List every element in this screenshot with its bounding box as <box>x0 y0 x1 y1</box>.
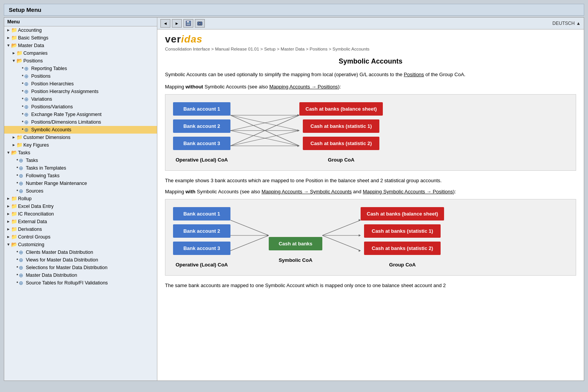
sidebar-item-symbolic-accounts[interactable]: •⊕Symbolic Accounts <box>4 126 157 134</box>
sidebar-item-positions-dimensions[interactable]: •⊕Positions/Dimensions Limitations <box>4 118 157 126</box>
folder-icon: 📁 <box>11 27 17 33</box>
save-icon <box>186 21 191 26</box>
forward-button[interactable]: ► <box>172 19 182 28</box>
d2-left-box3: Bank account 3 <box>173 242 230 255</box>
sidebar-item-number-range[interactable]: •⊕Number Range Maintenance <box>4 180 157 187</box>
sidebar-item-label: Accounting <box>18 28 42 33</box>
item-icon: ⊕ <box>24 73 30 79</box>
sidebar-item-position-hierarchy-assignments[interactable]: •⊕Position Hierarchy Assignments <box>4 88 157 95</box>
mapping-accounts-link[interactable]: Mapping Accounts → Positions <box>269 84 338 90</box>
svg-line-20 <box>230 235 269 251</box>
svg-marker-15 <box>297 114 299 116</box>
sidebar-item-tasks-item[interactable]: •⊕Tasks <box>4 157 157 164</box>
sidebar-item-reporting-tables[interactable]: •⊕Reporting Tables <box>4 65 157 72</box>
logo-ver: ver <box>165 33 181 45</box>
sidebar-item-accounting[interactable]: ►📁Accounting <box>4 26 157 34</box>
expand-icon[interactable]: ► <box>7 36 11 40</box>
sidebar-item-positions-item[interactable]: •⊕Positions <box>4 72 157 80</box>
d1-left-box2: Bank account 2 <box>173 119 230 133</box>
sidebar-item-customer-dimensions[interactable]: ►📁Customer Dimensions <box>4 134 157 141</box>
folder-icon: 📁 <box>11 203 17 209</box>
sidebar-item-position-hierarchies[interactable]: •⊕Position Hierarchies <box>4 80 157 88</box>
intro-paragraph: Symbolic Accounts can be used optionally… <box>165 71 576 78</box>
d1-right-box1: Cash at banks (balance sheet) <box>299 102 383 116</box>
sidebar-item-derivations[interactable]: ►📁Derivations <box>4 225 157 233</box>
expand-icon[interactable]: ▼ <box>7 242 11 247</box>
d2-left-label: Operative (Local) CoA <box>176 262 228 268</box>
sidebar-item-tasks-in-templates[interactable]: •⊕Tasks in Templates <box>4 164 157 172</box>
sidebar-item-external-data[interactable]: ►📁External Data <box>4 218 157 225</box>
expand-icon[interactable]: ► <box>12 51 16 55</box>
expand-icon[interactable]: ► <box>7 235 11 239</box>
sidebar-item-label: Source Tables for Rollup/FI Validations <box>26 280 108 286</box>
item-icon: ⊕ <box>19 157 25 163</box>
camera-button[interactable] <box>195 19 205 28</box>
item-icon: ⊕ <box>24 96 30 102</box>
save-button[interactable] <box>183 19 193 28</box>
expand-icon[interactable]: ► <box>7 227 11 231</box>
sidebar-item-key-figures[interactable]: ►📁Key Figures <box>4 141 157 149</box>
folder-icon: 📁 <box>11 196 17 202</box>
sidebar-item-label: Key Figures <box>23 142 49 148</box>
svg-line-22 <box>322 220 361 235</box>
sidebar-item-source-tables[interactable]: •⊕Source Tables for Rollup/FI Validation… <box>4 279 157 287</box>
sidebar-item-basic-settings[interactable]: ►📁Basic Settings <box>4 34 157 42</box>
sidebar-header: Menu <box>4 18 157 26</box>
d2-right-arrows <box>322 214 361 260</box>
d2-right-box1: Cash at banks (balance sheet) <box>361 207 444 220</box>
sidebar-item-following-tasks[interactable]: •⊕Following Tasks <box>4 172 157 180</box>
sidebar-item-tasks-group[interactable]: ▼📂Tasks <box>4 149 157 157</box>
expand-icon[interactable]: ▼ <box>7 43 11 47</box>
sidebar-item-label: Customer Dimensions <box>23 135 70 140</box>
positions-link[interactable]: Positions <box>404 72 424 77</box>
expand-icon[interactable]: ▼ <box>7 150 11 155</box>
mapping-sym-link2[interactable]: Mapping Symbolic Accounts → Positions <box>363 189 453 194</box>
sidebar-item-variations[interactable]: •⊕Variations <box>4 95 157 103</box>
mapping-sym-link1[interactable]: Mapping Accounts → Symbolic Accounts <box>261 189 352 194</box>
folder-icon: 📁 <box>16 50 23 56</box>
sidebar-item-clients-master[interactable]: •⊕Clients Master Data Distribution <box>4 248 157 256</box>
item-icon: ⊕ <box>24 65 30 72</box>
sidebar-item-excel-data-entry[interactable]: ►📁Excel Data Entry <box>4 203 157 210</box>
sidebar-item-label: Basic Settings <box>18 35 48 41</box>
sidebar-item-label: Positions <box>23 58 43 64</box>
camera-icon <box>197 21 203 26</box>
sidebar-item-selections-master[interactable]: •⊕Selections for Master Data Distributio… <box>4 264 157 271</box>
sidebar-item-control-groups[interactable]: ►📁Control Groups <box>4 233 157 241</box>
sidebar-item-positions-variations[interactable]: •⊕Positions/Variations <box>4 103 157 111</box>
sidebar: Menu ►📁Accounting►📁Basic Settings▼📂Maste… <box>4 18 157 381</box>
sidebar-item-ic-reconciliation[interactable]: ►📁IC Reconciliation <box>4 210 157 218</box>
svg-marker-17 <box>297 145 299 147</box>
expand-icon[interactable]: ► <box>7 212 11 216</box>
sidebar-item-label: Clients Master Data Distribution <box>26 250 93 255</box>
expand-icon[interactable]: ▼ <box>12 59 16 63</box>
sidebar-item-customizing[interactable]: ▼📂Customizing <box>4 241 157 248</box>
sidebar-item-label: Master Data <box>18 43 44 48</box>
expand-icon[interactable]: ► <box>7 28 11 32</box>
d2-right-box3: Cash at banks (statistic 2) <box>364 242 441 255</box>
language-selector[interactable]: DEUTSCH ▲ <box>552 21 581 26</box>
d2-left-box1: Bank account 1 <box>173 207 230 220</box>
svg-point-5 <box>199 23 201 24</box>
expand-icon[interactable]: ► <box>12 135 16 139</box>
expand-icon[interactable]: ► <box>7 204 11 208</box>
sidebar-item-master-data-dist[interactable]: •⊕Master Data Distribution <box>4 271 157 279</box>
sidebar-item-companies[interactable]: ►📁Companies <box>4 49 157 57</box>
main-container: Menu ►📁Accounting►📁Basic Settings▼📂Maste… <box>4 17 584 381</box>
item-icon: ⊕ <box>19 257 25 263</box>
expand-icon[interactable]: ► <box>12 143 16 147</box>
sidebar-item-views-master[interactable]: •⊕Views for Master Data Distribution <box>4 256 157 264</box>
content-area: ◄ ► DEUTSCH <box>157 18 584 381</box>
expand-icon[interactable]: ► <box>7 196 11 201</box>
sidebar-tree: ►📁Accounting►📁Basic Settings▼📂Master Dat… <box>4 26 157 287</box>
svg-marker-16 <box>297 129 299 132</box>
sidebar-item-master-data[interactable]: ▼📂Master Data <box>4 42 157 49</box>
logo: veridas <box>165 33 576 45</box>
expand-icon[interactable]: ► <box>7 219 11 224</box>
sidebar-item-sources[interactable]: •⊕Sources <box>4 187 157 195</box>
sidebar-item-positions[interactable]: ▼📂Positions <box>4 57 157 65</box>
sidebar-item-rollup[interactable]: ►📁Rollup <box>4 195 157 203</box>
item-icon: ⊕ <box>19 173 25 179</box>
back-button[interactable]: ◄ <box>160 19 170 28</box>
sidebar-item-exchange-rate-type[interactable]: •⊕Exchange Rate Type Assignment <box>4 111 157 118</box>
